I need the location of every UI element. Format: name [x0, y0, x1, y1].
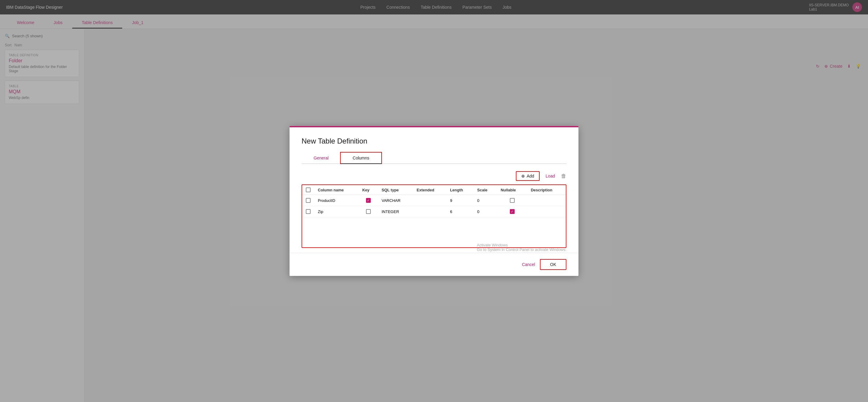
col-header-select — [302, 185, 314, 195]
tab-columns[interactable]: Columns — [341, 153, 381, 163]
col-header-key: Key — [359, 185, 378, 195]
row-select-checkbox-1[interactable] — [306, 209, 311, 214]
dialog-body: New Table Definition General Columns ⊕ A… — [289, 127, 579, 248]
delete-icon[interactable]: 🗑 — [561, 173, 566, 179]
dialog-title: New Table Definition — [302, 137, 566, 145]
cell-nullable-checkbox-1[interactable]: ✓ — [510, 209, 515, 214]
cell-length: 6 — [446, 206, 473, 217]
dialog-footer: Cancel OK — [289, 253, 579, 276]
row-select-checkbox-0[interactable] — [306, 198, 311, 203]
tab-general[interactable]: General — [302, 153, 341, 163]
dialog-tabs: General Columns — [302, 153, 566, 164]
col-header-extended: Extended — [413, 185, 446, 195]
cell-column-name: ProductID — [314, 195, 359, 206]
ok-button[interactable]: OK — [540, 259, 566, 270]
col-header-scale: Scale — [474, 185, 497, 195]
load-button[interactable]: Load — [546, 174, 555, 179]
cell-nullable-checkbox-0[interactable] — [510, 198, 515, 203]
empty-rows — [302, 217, 566, 247]
cancel-button[interactable]: Cancel — [522, 262, 535, 267]
table-row[interactable]: ZipINTEGER60✓ — [302, 206, 566, 217]
cell-extended — [413, 206, 446, 217]
select-all-checkbox[interactable] — [306, 187, 311, 192]
add-icon: ⊕ — [521, 174, 525, 179]
cell-sql-type: VARCHAR — [378, 195, 413, 206]
cell-description — [527, 195, 566, 206]
cell-key-checkbox-1[interactable] — [366, 209, 371, 214]
col-header-column-name: Column name — [314, 185, 359, 195]
col-header-description: Description — [527, 185, 566, 195]
cell-scale: 0 — [474, 206, 497, 217]
cell-sql-type: INTEGER — [378, 206, 413, 217]
table-row[interactable]: ProductID✓VARCHAR90 — [302, 195, 566, 206]
table-actions: ⊕ Add Load 🗑 — [302, 171, 566, 181]
cell-column-name: Zip — [314, 206, 359, 217]
col-header-length: Length — [446, 185, 473, 195]
add-column-button[interactable]: ⊕ Add — [516, 171, 540, 181]
col-header-sql-type: SQL type — [378, 185, 413, 195]
cell-scale: 0 — [474, 195, 497, 206]
modal-overlay: New Table Definition General Columns ⊕ A… — [0, 0, 868, 402]
cell-key-checkbox-0[interactable]: ✓ — [366, 198, 371, 203]
columns-table-wrapper: Column name Key SQL type Extended Length… — [302, 184, 566, 248]
dialog-new-table-definition: New Table Definition General Columns ⊕ A… — [289, 126, 579, 276]
cell-description — [527, 206, 566, 217]
col-header-nullable: Nullable — [497, 185, 527, 195]
cell-length: 9 — [446, 195, 473, 206]
cell-extended — [413, 195, 446, 206]
columns-table: Column name Key SQL type Extended Length… — [302, 185, 566, 217]
